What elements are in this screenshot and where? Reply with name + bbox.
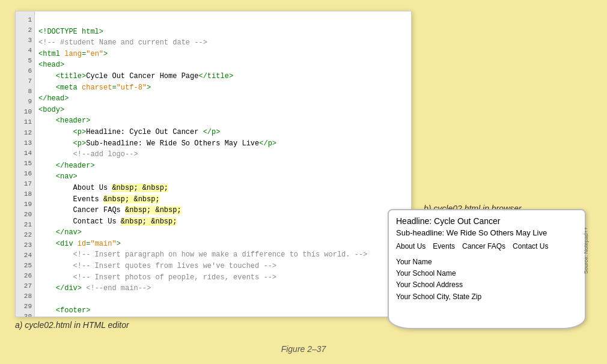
code-editor-panel: 12345 678910 1112131415 1617181920 21222… bbox=[15, 11, 412, 317]
browser-nav: About Us Events Cancer FAQs Contact Us bbox=[396, 242, 578, 250]
footer-line-2: Your School Name bbox=[396, 268, 578, 279]
caption-a: a) cycle02.html in HTML editor bbox=[15, 320, 129, 330]
nav-item-events: Events bbox=[433, 242, 455, 250]
line-numbers: 12345 678910 1112131415 1617181920 21222… bbox=[16, 11, 35, 317]
browser-footer: Your Name Your School Name Your School A… bbox=[396, 256, 578, 303]
source-notepad-label: Source: Notepad++ bbox=[583, 227, 589, 274]
figure-caption: Figure 2–37 bbox=[15, 344, 592, 354]
browser-subheadline: Sub-headline: We Ride So Others May Live bbox=[396, 228, 578, 237]
browser-headline: Headline: Cycle Out Cancer bbox=[396, 216, 578, 226]
footer-line-3: Your School Address bbox=[396, 279, 578, 291]
browser-preview-panel: Headline: Cycle Out Cancer Sub-headline:… bbox=[388, 209, 586, 329]
main-container: 12345 678910 1112131415 1617181920 21222… bbox=[15, 11, 592, 353]
nav-item-cancer-faqs: Cancer FAQs bbox=[462, 242, 505, 250]
footer-line-4: Your School City, State Zip bbox=[396, 291, 578, 303]
nav-item-contact-us: Contact Us bbox=[513, 242, 548, 250]
code-content: <!DOCTYPE html> <!-- #student Name and c… bbox=[35, 11, 371, 317]
nav-item-about-us: About Us bbox=[396, 242, 426, 250]
footer-line-1: Your Name bbox=[396, 256, 578, 268]
